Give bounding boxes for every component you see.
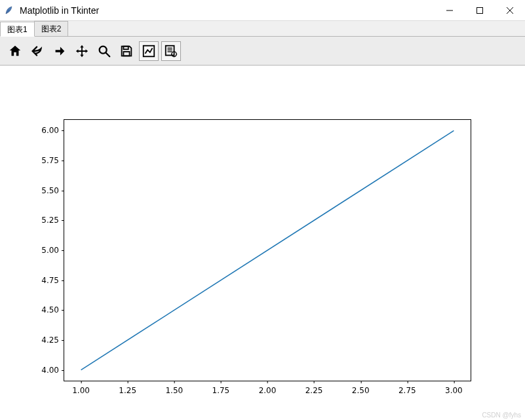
svg-line-15 (81, 130, 454, 370)
ytick-label: 5.75 (41, 156, 64, 165)
tab-chart2[interactable]: 图表2 (34, 21, 69, 36)
forward-icon[interactable] (50, 41, 69, 61)
matplotlib-toolbar (0, 37, 525, 66)
xtick-label: 1.25 (119, 381, 136, 395)
xtick-label: 1.00 (72, 381, 90, 395)
titlebar: Matplotlib in Tkinter (0, 0, 525, 21)
svg-line-6 (106, 52, 110, 56)
ytick-label: 5.25 (41, 216, 64, 225)
xtick-label: 3.00 (445, 381, 463, 395)
zoom-icon[interactable] (94, 41, 114, 61)
figure-canvas[interactable]: 4.00 4.25 4.50 4.75 5.00 5.25 5.50 5.75 … (0, 66, 525, 420)
svg-rect-8 (123, 51, 129, 55)
ytick-label: 4.00 (41, 366, 64, 375)
back-icon[interactable] (28, 41, 47, 61)
svg-rect-7 (123, 46, 128, 49)
xtick-label: 1.50 (165, 381, 183, 395)
xtick-label: 2.50 (352, 381, 370, 395)
line-plot (64, 120, 471, 381)
ytick-label: 5.50 (41, 186, 64, 195)
ytick-label: 6.00 (41, 126, 64, 135)
svg-rect-2 (477, 7, 483, 13)
close-button[interactable] (495, 0, 525, 21)
xtick-label: 2.25 (305, 381, 323, 395)
pan-icon[interactable] (72, 41, 92, 61)
tab-chart1[interactable]: 图表1 (0, 22, 35, 37)
ytick-label: 4.50 (41, 305, 64, 315)
figure-options-icon[interactable] (161, 41, 181, 61)
minimize-button[interactable] (435, 0, 465, 21)
ytick-label: 5.00 (41, 246, 64, 255)
ytick-label: 4.75 (41, 276, 64, 285)
xtick-label: 2.00 (259, 381, 277, 395)
xtick-label: 2.75 (399, 381, 416, 395)
save-icon[interactable] (117, 41, 136, 61)
svg-rect-10 (166, 45, 174, 55)
subplots-icon[interactable] (139, 41, 159, 61)
ytick-label: 4.25 (41, 335, 64, 345)
app-icon (4, 5, 14, 16)
tab-bar: 图表1 图表2 (0, 21, 525, 37)
xtick-label: 1.75 (212, 381, 230, 395)
maximize-button[interactable] (465, 0, 495, 21)
axes: 4.00 4.25 4.50 4.75 5.00 5.25 5.50 5.75 … (64, 119, 471, 381)
watermark: CSDN @fyhs (482, 411, 521, 419)
home-icon[interactable] (5, 41, 25, 61)
window-title: Matplotlib in Tkinter (20, 5, 435, 16)
